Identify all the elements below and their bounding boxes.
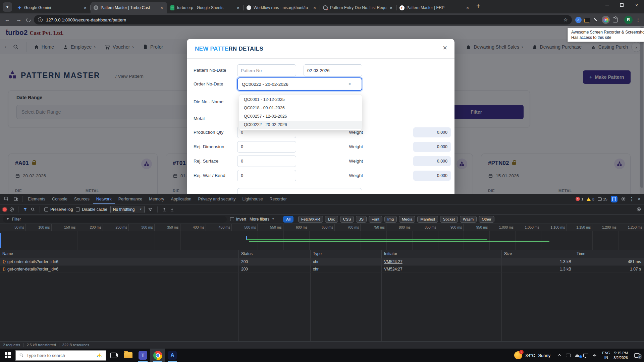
pattern-no-input[interactable]: Pattern No xyxy=(237,64,296,76)
warning-badge[interactable]: 3 xyxy=(587,197,594,201)
pattern-card-ptn02[interactable]: #PTN02 15-01-2026 DIEMETAL xyxy=(481,154,631,194)
qty-input[interactable]: 0 xyxy=(237,156,296,167)
devtools-tab[interactable]: Privacy and security xyxy=(195,194,239,204)
nav-scroll-left-icon[interactable]: ‹ xyxy=(5,44,7,50)
device-toolbar-icon[interactable] xyxy=(11,194,20,204)
qty-input[interactable]: 0 xyxy=(237,141,296,153)
extension-dark-icon[interactable] xyxy=(585,18,590,22)
nav-item-voucher[interactable]: Voucher› xyxy=(104,44,134,50)
maximize-button[interactable] xyxy=(614,0,629,10)
modal-close-icon[interactable]: × xyxy=(443,44,447,52)
weather-widget[interactable]: 5 34°C Sunny xyxy=(514,351,550,359)
search-icon[interactable] xyxy=(31,207,35,212)
extension-check-icon[interactable]: ✓ xyxy=(575,17,582,23)
request-type-pill[interactable]: JS xyxy=(356,216,366,223)
import-har-icon[interactable] xyxy=(162,207,167,212)
request-type-pill[interactable]: Other xyxy=(479,216,494,223)
devtools-tab[interactable]: Application xyxy=(167,194,195,204)
column-header-size[interactable]: Size xyxy=(502,250,574,258)
devtools-tab[interactable]: Elements xyxy=(24,194,49,204)
tab-pattern-master-erp[interactable]: t Pattern Master | ERP × xyxy=(396,2,473,13)
bookmark-star-icon[interactable]: ☆ xyxy=(564,17,568,23)
devtools-tab[interactable]: Performance xyxy=(115,194,146,204)
invert-checkbox[interactable]: Invert xyxy=(230,217,246,222)
column-header-time[interactable]: Time xyxy=(574,250,644,258)
reload-button[interactable] xyxy=(25,17,31,23)
nav-item-home[interactable]: Home xyxy=(34,44,54,50)
close-icon[interactable]: × xyxy=(312,5,317,10)
window-close-button[interactable]: × xyxy=(629,0,644,10)
close-icon[interactable]: × xyxy=(83,5,88,10)
column-header-name[interactable]: Name xyxy=(0,250,239,258)
dropdown-option[interactable]: QC0218 - 09-01-2026 xyxy=(239,104,362,112)
devtools-tab[interactable]: Memory xyxy=(146,194,167,204)
close-icon[interactable]: × xyxy=(159,5,164,10)
start-button[interactable] xyxy=(0,349,15,362)
network-conditions-icon[interactable] xyxy=(148,207,153,212)
close-icon[interactable]: × xyxy=(465,5,470,10)
close-icon[interactable]: × xyxy=(235,5,241,10)
devtools-close-icon[interactable]: × xyxy=(638,196,641,202)
notification-center-button[interactable]: 24 xyxy=(632,353,642,358)
chrome-button[interactable] xyxy=(150,349,165,362)
export-har-icon[interactable] xyxy=(170,207,174,212)
devtools-tab[interactable]: Lighthouse xyxy=(239,194,266,204)
network-settings-icon[interactable] xyxy=(636,207,641,212)
disable-cache-checkbox[interactable]: Disable cache xyxy=(76,207,107,212)
nav-item-dewaxing-purchase[interactable]: Dewaxing Purchase xyxy=(532,44,582,50)
a-app-button[interactable]: A xyxy=(165,349,180,362)
make-pattern-button[interactable]: + Make Pattern xyxy=(583,70,631,84)
pattern-card-a01[interactable]: #A01 20-02-2026 DIEMETAL xyxy=(8,154,158,194)
filter-funnel-icon[interactable] xyxy=(23,207,28,212)
network-request-row[interactable]: {}get-order-details?order_id=6 200 xhr V… xyxy=(0,265,644,273)
tab-pattern-master-turbocast[interactable]: Pattern Master | Turbo Cast × xyxy=(91,2,167,13)
tab-pattern-entry-issue[interactable]: Pattern Entry-Die No. List Requi × xyxy=(320,2,396,13)
taskbar-search[interactable] xyxy=(15,350,106,361)
nav-item-proforma[interactable]: Profor xyxy=(143,44,163,50)
pattern-date-input[interactable]: 02-03-2026 xyxy=(304,64,362,76)
screen-recorder-extension-icon[interactable] xyxy=(602,16,610,24)
nav-item-casting-purchase[interactable]: Casting Purch xyxy=(590,44,628,50)
tab-workflow-runs[interactable]: Workflow runs · nisargkhunt/tu × xyxy=(244,2,320,13)
file-explorer-button[interactable] xyxy=(121,349,136,362)
extensions-puzzle-icon[interactable] xyxy=(613,17,618,22)
request-type-pill[interactable]: Font xyxy=(369,216,382,223)
network-overview-strip[interactable] xyxy=(0,231,644,250)
preserve-log-checkbox[interactable]: Preserve log xyxy=(44,207,73,212)
devtools-tab[interactable]: Recorder xyxy=(266,194,290,204)
order-no-combobox[interactable]: QC00222 - 20-02-2026 × xyxy=(237,77,362,91)
error-badge[interactable]: ×1 xyxy=(576,197,583,201)
request-type-pill[interactable]: All xyxy=(283,216,293,223)
tab-search-button[interactable]: ▾ xyxy=(3,2,12,12)
throttling-select[interactable]: No throttling▼ xyxy=(110,206,145,213)
network-tray-icon[interactable] xyxy=(581,354,590,357)
qty-input[interactable]: 0 xyxy=(237,170,296,181)
request-type-pill[interactable]: CSS xyxy=(340,216,354,223)
taskbar-clock[interactable]: 5:15 PM 3/2/2026 xyxy=(613,351,628,360)
column-header-status[interactable]: Status xyxy=(239,250,311,258)
record-network-icon[interactable] xyxy=(3,207,7,212)
minimize-button[interactable] xyxy=(600,0,614,10)
partial-input[interactable] xyxy=(237,188,362,194)
devtools-settings-icon[interactable] xyxy=(621,196,626,201)
address-bar[interactable]: i 127.0.0.1:8000/secure-dashboard/patter… xyxy=(34,15,572,24)
devtools-tab[interactable]: Network xyxy=(93,194,115,204)
devtools-tab[interactable]: Console xyxy=(49,194,71,204)
devtools-menu-icon[interactable]: ⋮ xyxy=(629,196,634,202)
scrollbar-thumb[interactable] xyxy=(640,27,643,188)
network-request-row[interactable]: {}get-order-details?order_id=6 200 xhr V… xyxy=(0,258,644,265)
device-mode-active-icon[interactable] xyxy=(611,196,618,202)
dropdown-option[interactable]: QC00222 - 20-02-2026 xyxy=(239,121,362,129)
cloud-tray-icon[interactable]: i xyxy=(573,353,581,358)
filter-text-input[interactable] xyxy=(12,217,223,222)
column-header-initiator[interactable]: Initiator xyxy=(382,250,502,258)
clear-network-icon[interactable] xyxy=(10,207,14,212)
request-type-pill[interactable]: Socket xyxy=(440,216,458,223)
request-type-pill[interactable]: Wasm xyxy=(460,216,477,223)
request-name[interactable]: get-order-details?order_id=6 xyxy=(7,258,58,265)
taskbar-search-input[interactable] xyxy=(26,353,80,358)
issues-badge[interactable]: 15 xyxy=(598,197,607,201)
eyedropper-extension-icon[interactable] xyxy=(593,17,599,22)
teams-button[interactable]: T xyxy=(136,349,150,362)
request-type-pill[interactable]: Doc xyxy=(325,216,338,223)
